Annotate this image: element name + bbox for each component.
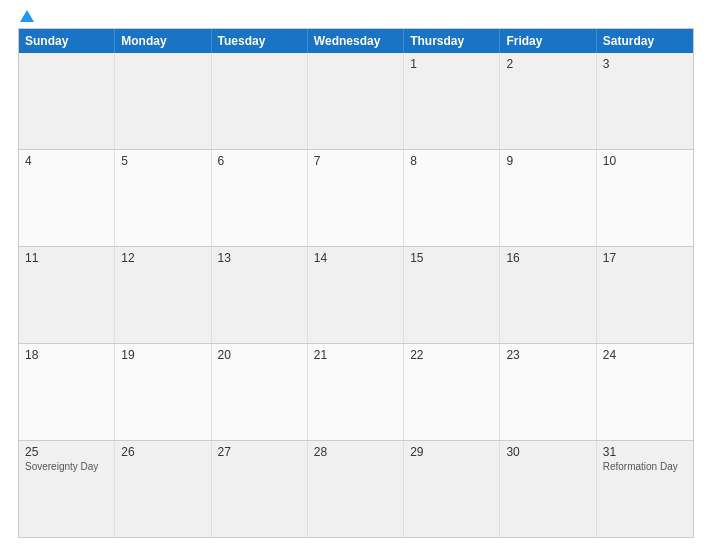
day-number: 10 bbox=[603, 154, 687, 168]
cal-cell: 29 bbox=[404, 441, 500, 537]
cal-cell: 16 bbox=[500, 247, 596, 343]
cal-cell bbox=[308, 53, 404, 149]
cal-cell: 19 bbox=[115, 344, 211, 440]
day-number: 17 bbox=[603, 251, 687, 265]
cal-cell: 15 bbox=[404, 247, 500, 343]
cal-cell: 14 bbox=[308, 247, 404, 343]
day-number: 20 bbox=[218, 348, 301, 362]
day-number: 13 bbox=[218, 251, 301, 265]
day-number: 24 bbox=[603, 348, 687, 362]
cal-cell: 3 bbox=[597, 53, 693, 149]
cal-cell: 5 bbox=[115, 150, 211, 246]
day-number: 1 bbox=[410, 57, 493, 71]
cal-cell: 4 bbox=[19, 150, 115, 246]
day-number: 27 bbox=[218, 445, 301, 459]
week-row-1: 123 bbox=[19, 53, 693, 149]
cal-cell: 8 bbox=[404, 150, 500, 246]
cal-cell: 21 bbox=[308, 344, 404, 440]
day-number: 3 bbox=[603, 57, 687, 71]
header-day-tuesday: Tuesday bbox=[212, 29, 308, 53]
day-number: 31 bbox=[603, 445, 687, 459]
cal-cell: 20 bbox=[212, 344, 308, 440]
day-number: 4 bbox=[25, 154, 108, 168]
header-day-thursday: Thursday bbox=[404, 29, 500, 53]
day-number: 23 bbox=[506, 348, 589, 362]
day-number: 8 bbox=[410, 154, 493, 168]
cal-cell: 18 bbox=[19, 344, 115, 440]
cal-cell: 25Sovereignty Day bbox=[19, 441, 115, 537]
logo bbox=[18, 18, 34, 22]
header-day-monday: Monday bbox=[115, 29, 211, 53]
day-event: Reformation Day bbox=[603, 461, 687, 473]
cal-cell: 22 bbox=[404, 344, 500, 440]
cal-cell: 27 bbox=[212, 441, 308, 537]
day-number: 28 bbox=[314, 445, 397, 459]
day-number: 11 bbox=[25, 251, 108, 265]
day-number: 26 bbox=[121, 445, 204, 459]
header-day-friday: Friday bbox=[500, 29, 596, 53]
day-event: Sovereignty Day bbox=[25, 461, 108, 473]
day-number: 30 bbox=[506, 445, 589, 459]
cal-cell bbox=[115, 53, 211, 149]
cal-cell: 28 bbox=[308, 441, 404, 537]
cal-cell: 30 bbox=[500, 441, 596, 537]
header bbox=[18, 18, 694, 22]
day-number: 16 bbox=[506, 251, 589, 265]
week-row-5: 25Sovereignty Day262728293031Reformation… bbox=[19, 440, 693, 537]
day-number: 9 bbox=[506, 154, 589, 168]
day-number: 2 bbox=[506, 57, 589, 71]
cal-cell: 26 bbox=[115, 441, 211, 537]
cal-cell: 31Reformation Day bbox=[597, 441, 693, 537]
day-number: 29 bbox=[410, 445, 493, 459]
cal-cell: 17 bbox=[597, 247, 693, 343]
day-number: 12 bbox=[121, 251, 204, 265]
day-number: 5 bbox=[121, 154, 204, 168]
header-day-sunday: Sunday bbox=[19, 29, 115, 53]
cal-cell: 24 bbox=[597, 344, 693, 440]
day-number: 15 bbox=[410, 251, 493, 265]
cal-cell: 2 bbox=[500, 53, 596, 149]
calendar: SundayMondayTuesdayWednesdayThursdayFrid… bbox=[18, 28, 694, 538]
day-number: 6 bbox=[218, 154, 301, 168]
week-row-2: 45678910 bbox=[19, 149, 693, 246]
logo-triangle-icon bbox=[20, 10, 34, 22]
week-row-4: 18192021222324 bbox=[19, 343, 693, 440]
cal-cell: 12 bbox=[115, 247, 211, 343]
week-row-3: 11121314151617 bbox=[19, 246, 693, 343]
day-number: 14 bbox=[314, 251, 397, 265]
day-number: 18 bbox=[25, 348, 108, 362]
day-number: 25 bbox=[25, 445, 108, 459]
cal-cell: 23 bbox=[500, 344, 596, 440]
day-number: 22 bbox=[410, 348, 493, 362]
cal-cell: 10 bbox=[597, 150, 693, 246]
cal-cell: 7 bbox=[308, 150, 404, 246]
calendar-body: 1234567891011121314151617181920212223242… bbox=[19, 53, 693, 537]
cal-cell: 11 bbox=[19, 247, 115, 343]
cal-cell: 13 bbox=[212, 247, 308, 343]
cal-cell: 6 bbox=[212, 150, 308, 246]
day-number: 21 bbox=[314, 348, 397, 362]
header-day-saturday: Saturday bbox=[597, 29, 693, 53]
cal-cell: 9 bbox=[500, 150, 596, 246]
header-day-wednesday: Wednesday bbox=[308, 29, 404, 53]
cal-cell: 1 bbox=[404, 53, 500, 149]
day-number: 19 bbox=[121, 348, 204, 362]
calendar-header: SundayMondayTuesdayWednesdayThursdayFrid… bbox=[19, 29, 693, 53]
cal-cell bbox=[212, 53, 308, 149]
day-number: 7 bbox=[314, 154, 397, 168]
cal-cell bbox=[19, 53, 115, 149]
page: SundayMondayTuesdayWednesdayThursdayFrid… bbox=[0, 0, 712, 550]
